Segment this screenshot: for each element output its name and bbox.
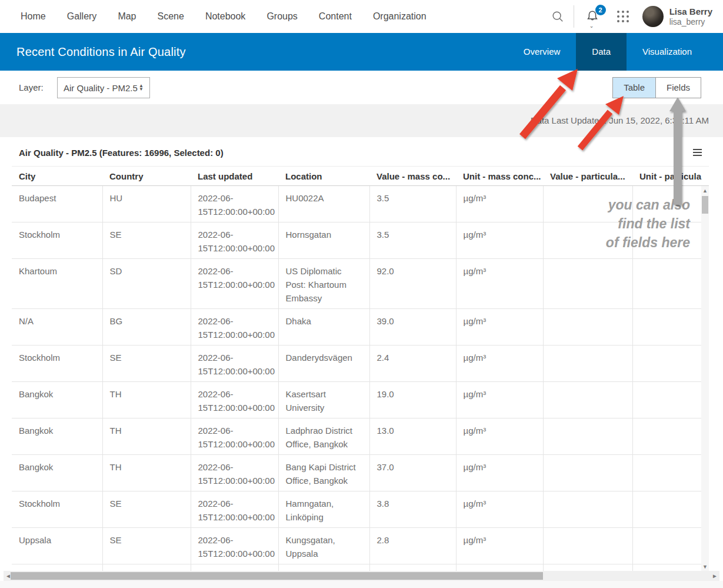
table-cell: 2.4 (369, 345, 456, 381)
table-cell: µg/m³ (456, 308, 543, 345)
scroll-right-icon[interactable]: ► (712, 572, 718, 580)
table-cell: Budapest (12, 186, 102, 222)
table-cell: µg/m³ (456, 564, 543, 572)
column-header-last-updated[interactable]: Last updated (191, 167, 278, 185)
table-cell: Ladphrao District Office, Bangkok (278, 418, 369, 454)
nav-item-scene[interactable]: Scene (158, 11, 184, 22)
app-grid-icon[interactable] (613, 6, 633, 26)
table-row[interactable]: StockholmSE2022-06-15T12:00:00+00:00Tule… (12, 564, 709, 572)
nav-item-content[interactable]: Content (319, 11, 352, 22)
table-cell: Uppsala (12, 527, 102, 564)
tab-visualization[interactable]: Visualization (627, 33, 708, 71)
table-cell: 37.0 (369, 454, 456, 491)
vertical-scrollbar[interactable]: ▲ ▼ (701, 186, 709, 572)
table-cell: SE (102, 345, 191, 381)
layer-bar: Layer: Air Quality - PM2.5 ▲▼ TableField… (0, 71, 723, 104)
note-text: you can alsofind the listof fields here (514, 195, 690, 252)
column-header-value-mass-co-[interactable]: Value - mass co... (369, 167, 456, 185)
table-cell: Hornsgatan (278, 222, 369, 258)
table-cell: Bang Kapi District Office, Bangkok (278, 454, 369, 491)
table-cell: Kungsgatan, Uppsala (278, 527, 369, 564)
layer-select-value: Air Quality - PM2.5 (64, 83, 138, 93)
table-row[interactable]: N/ABG2022-06-15T12:00:00+00:00Dhaka39.0µ… (12, 308, 709, 345)
nav-divider (574, 5, 574, 28)
table-button[interactable]: Table (613, 78, 655, 98)
nav-item-map[interactable]: Map (118, 11, 136, 22)
column-header-value-particula-[interactable]: Value - particula... (543, 167, 632, 185)
table-cell (632, 564, 709, 572)
scroll-down-icon[interactable]: ▼ (701, 564, 709, 570)
table-cell (543, 381, 632, 418)
table-cell: Khartoum (12, 258, 102, 308)
table-cell: Tulegatan, Sundbyberg (278, 564, 369, 572)
table-cell: 2022-06-15T12:00:00+00:00 (191, 345, 278, 381)
column-header-unit-particula[interactable]: Unit - particula (632, 167, 709, 185)
horizontal-scrollbar[interactable]: ◄ ► (4, 571, 719, 581)
table-cell (632, 491, 709, 527)
table-cell: 39.0 (369, 308, 456, 345)
fields-button[interactable]: Fields (655, 78, 701, 98)
table-cell: Bangkok (12, 418, 102, 454)
data-last-updated: Data Last Updated: Jun 15, 2022, 6:37:11… (531, 115, 709, 125)
nav-item-gallery[interactable]: Gallery (67, 11, 97, 22)
column-header-location[interactable]: Location (278, 167, 369, 185)
table-row[interactable]: BangkokTH2022-06-15T12:00:00+00:00Kasert… (12, 381, 709, 418)
table-cell (632, 308, 709, 345)
scroll-up-icon[interactable]: ▲ (701, 188, 709, 194)
table-cell: 3.5 (369, 186, 456, 222)
table-row[interactable]: KhartoumSD2022-06-15T12:00:00+00:00US Di… (12, 258, 709, 308)
search-icon[interactable] (548, 6, 568, 26)
table-cell: TH (102, 418, 191, 454)
user-name: Lisa Berry (669, 6, 712, 17)
table-options-icon[interactable] (693, 149, 702, 158)
status-band: Data Last Updated: Jun 15, 2022, 6:37:11… (0, 104, 723, 137)
table-cell: 92.0 (369, 258, 456, 308)
note-line: find the list (514, 214, 690, 233)
column-header-country[interactable]: Country (102, 167, 191, 185)
column-header-city[interactable]: City (12, 167, 102, 185)
layer-select[interactable]: Air Quality - PM2.5 ▲▼ (57, 77, 150, 98)
avatar[interactable] (642, 6, 664, 27)
note-line: of fields here (514, 233, 690, 252)
column-header-unit-mass-conc-[interactable]: Unit - mass conc... (456, 167, 543, 185)
table-row[interactable]: UppsalaSE2022-06-15T12:00:00+00:00Kungsg… (12, 527, 709, 564)
note-line: you can also (514, 195, 690, 214)
table-cell: 2022-06-15T12:00:00+00:00 (191, 527, 278, 564)
table-cell: 3.3 (369, 564, 456, 572)
tab-overview[interactable]: Overview (508, 33, 577, 71)
table-row[interactable]: StockholmSE2022-06-15T12:00:00+00:00Hamn… (12, 491, 709, 527)
table-cell: SD (102, 258, 191, 308)
table-cell: 2022-06-15T12:00:00+00:00 (191, 491, 278, 527)
table-cell: 2022-06-15T12:00:00+00:00 (191, 308, 278, 345)
horizontal-scrollbar-thumb[interactable] (11, 572, 543, 580)
nav-item-home[interactable]: Home (21, 11, 46, 22)
table-cell (543, 345, 632, 381)
vertical-scrollbar-thumb[interactable] (702, 196, 708, 214)
table-cell: Stockholm (12, 222, 102, 258)
table-row[interactable]: BangkokTH2022-06-15T12:00:00+00:00Ladphr… (12, 418, 709, 454)
user-block[interactable]: Lisa Berry lisa_berry (669, 6, 712, 27)
table-cell (632, 527, 709, 564)
table-cell (543, 564, 632, 572)
table-cell: µg/m³ (456, 258, 543, 308)
page-title: Recent Conditions in Air Quality (0, 45, 186, 59)
table-header-row: CityCountryLast updatedLocationValue - m… (12, 167, 709, 185)
table-cell: 2022-06-15T12:00:00+00:00 (191, 222, 278, 258)
table-cell (543, 418, 632, 454)
table-cell: µg/m³ (456, 527, 543, 564)
view-toggle: TableFields (612, 77, 701, 98)
table-cell: TH (102, 381, 191, 418)
nav-item-notebook[interactable]: Notebook (205, 11, 246, 22)
table-cell: SE (102, 491, 191, 527)
table-cell: Kasertsart University (278, 381, 369, 418)
user-login: lisa_berry (669, 17, 712, 27)
tab-data[interactable]: Data (576, 33, 627, 71)
select-spinner-icon: ▲▼ (139, 84, 144, 91)
table-row[interactable]: BangkokTH2022-06-15T12:00:00+00:00Bang K… (12, 454, 709, 491)
table-cell: Stockholm (12, 491, 102, 527)
table-row[interactable]: StockholmSE2022-06-15T12:00:00+00:00Dand… (12, 345, 709, 381)
table-title: Air Quality - PM2.5 (Features: 16996, Se… (12, 148, 224, 158)
nav-item-organization[interactable]: Organization (373, 11, 427, 22)
nav-item-groups[interactable]: Groups (266, 11, 297, 22)
notifications-bell-icon[interactable]: 2 ⌄ (582, 6, 602, 26)
